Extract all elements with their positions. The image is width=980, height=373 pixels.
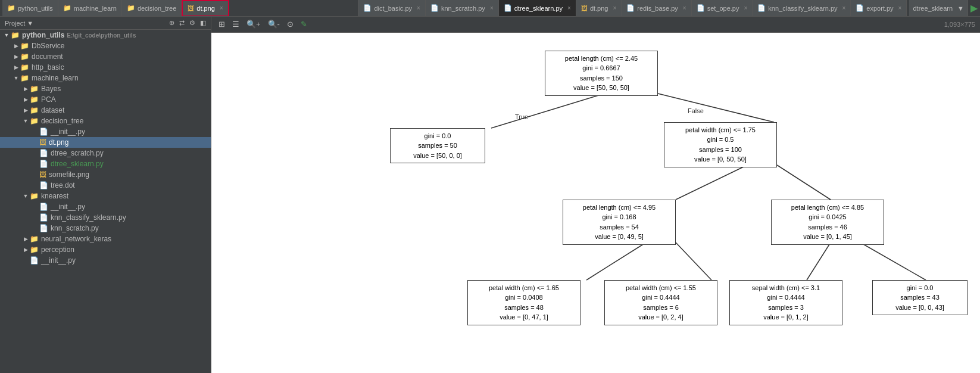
tree-canvas[interactable]: True False petal length (cm) <= 2.45 gin… xyxy=(211,33,980,373)
knn-classify-file-icon: 📄 xyxy=(39,213,48,222)
tab-close-export[interactable]: × xyxy=(898,5,902,11)
sidebar-item-DbService[interactable]: ▶ 📁 DbService xyxy=(0,41,211,51)
sidebar-item-init1[interactable]: ▶ 📄 __init__.py xyxy=(0,126,211,137)
collapse-icon[interactable]: ◧ xyxy=(200,19,206,27)
tab-bar: 📁 python_utils 📁 machine_learn 📁 decisio… xyxy=(0,0,980,17)
sidebar: Project ▼ ⊕ ⇄ ⚙ ◧ ▼ 📁 python_utils E:\gi… xyxy=(0,17,211,373)
root-arrow-icon: ▼ xyxy=(2,32,11,38)
sidebar-item-PCA[interactable]: ▶ 📁 PCA xyxy=(0,94,211,105)
folder-icon: 📁 xyxy=(127,4,135,12)
dt-arrow-icon: ▼ xyxy=(21,118,30,124)
zoom-fit-button[interactable]: ⊙ xyxy=(285,18,296,30)
tab-dtree-sklearn[interactable]: 📄 dtree_sklearn.py × xyxy=(499,0,576,17)
sidebar-item-decision-tree[interactable]: ▼ 📁 decision_tree xyxy=(0,116,211,126)
run-button[interactable]: ▶ xyxy=(968,1,980,15)
toggle-grid-button[interactable]: ⊞ xyxy=(216,18,227,30)
zoom-out-button[interactable]: 🔍- xyxy=(266,18,282,30)
node-right1-line4: value = [0, 50, 50] xyxy=(669,154,772,164)
tab-close-set-ope[interactable]: × xyxy=(744,5,748,11)
svg-line-0 xyxy=(491,94,604,128)
node-rl2-line2: gini = 0.168 xyxy=(568,212,670,222)
sidebar-root[interactable]: ▼ 📁 python_utils E:\git_code\python_util… xyxy=(0,30,211,41)
right-panel: ⊞ ☰ 🔍+ 🔍- ⊙ ✎ 1,093×775 xyxy=(211,17,980,373)
node-lr3-line2: gini = 0.4444 xyxy=(610,293,712,303)
tab-dt-png[interactable]: 🖼 dt.png × xyxy=(182,0,229,17)
node-right-left2: petal length (cm) <= 4.95 gini = 0.168 s… xyxy=(563,200,676,245)
node-ll3-line1: petal width (cm) <= 1.65 xyxy=(473,283,575,293)
sidebar-item-neural-network[interactable]: ▶ 📁 neural_network_keras xyxy=(0,234,211,244)
tab-set-ope[interactable]: 📄 set_ope.py × xyxy=(692,0,753,17)
tab-knn-scratch[interactable]: 📄 knn_scratch.py × xyxy=(426,0,499,17)
tab-export[interactable]: 📄 export.py × xyxy=(851,0,907,17)
tab-close-knn-classify[interactable]: × xyxy=(842,5,846,11)
node-ll3-line3: samples = 48 xyxy=(473,303,575,313)
sidebar-item-Bayes[interactable]: ▶ 📁 Bayes xyxy=(0,83,211,94)
document-folder-icon: 📁 xyxy=(20,52,29,61)
add-icon[interactable]: ⊕ xyxy=(169,19,174,27)
sidebar-item-init2[interactable]: ▶ 📄 __init__.py xyxy=(0,201,211,212)
ml-arrow-icon: ▼ xyxy=(12,75,20,81)
tab-close-redis-base[interactable]: × xyxy=(683,5,686,11)
somefile-icon: 🖼 xyxy=(39,170,46,179)
node-root: petal length (cm) <= 2.45 gini = 0.6667 … xyxy=(545,51,658,96)
sidebar-item-knn-classify[interactable]: ▶ 📄 knn_classify_sklearn.py xyxy=(0,212,211,223)
node-rr2-line4: value = [0, 1, 45] xyxy=(776,232,879,242)
py-icon6: 📄 xyxy=(757,4,766,12)
tab-python-utils[interactable]: 📁 python_utils xyxy=(2,0,58,17)
node-rr2-line2: gini = 0.0425 xyxy=(776,212,879,222)
zoom-in-button[interactable]: 🔍+ xyxy=(244,18,263,30)
sidebar-item-dataset[interactable]: ▶ 📁 dataset xyxy=(0,105,211,116)
node-rl3-line1: sepal width (cm) <= 3.1 xyxy=(735,283,837,293)
sidebar-item-knearest[interactable]: ▼ 📁 knearest xyxy=(0,191,211,201)
sidebar-item-dt-png[interactable]: ▶ 🖼 dt.png xyxy=(0,137,211,148)
svg-line-5 xyxy=(676,243,711,280)
sidebar-item-machine-learn[interactable]: ▼ 📁 machine_learn xyxy=(0,73,211,83)
tab-knn-classify[interactable]: 📄 knn_classify_sklearn.py × xyxy=(753,0,851,17)
tab-close-knn-scratch[interactable]: × xyxy=(490,5,494,11)
folder-icon: 📁 xyxy=(63,4,71,12)
sidebar-item-knn-scratch-file[interactable]: ▶ 📄 knn_scratch.py xyxy=(0,223,211,234)
edit-button[interactable]: ✎ xyxy=(298,18,310,30)
tab-decision-tree[interactable]: 📁 decision_tree xyxy=(122,0,182,17)
tab-close-dt-png2[interactable]: × xyxy=(613,5,616,11)
document-arrow-icon: ▶ xyxy=(12,54,20,60)
init1-file-icon: 📄 xyxy=(39,128,48,136)
node-lr3-line1: petal width (cm) <= 1.55 xyxy=(610,283,712,293)
node-right1: petal width (cm) <= 1.75 gini = 0.5 samp… xyxy=(664,122,777,167)
node-rl3-line3: samples = 3 xyxy=(735,303,837,313)
tab-dict-basic[interactable]: 📄 dict_basic.py × xyxy=(358,0,425,17)
sync-icon[interactable]: ⇄ xyxy=(179,19,185,27)
svg-line-7 xyxy=(860,243,926,280)
tab-machine-learn[interactable]: 📁 machine_learn xyxy=(58,0,122,17)
sidebar-item-somefile[interactable]: ▶ 🖼 somefile.png xyxy=(0,169,211,180)
tree-dot-icon: 📄 xyxy=(39,181,48,189)
node-rr2-line1: petal length (cm) <= 4.85 xyxy=(776,203,879,213)
svg-line-4 xyxy=(586,243,646,280)
node-rr3-line2: samples = 43 xyxy=(878,293,962,303)
tab-right-dropdown[interactable]: dtree_sklearn ▼ xyxy=(909,0,968,17)
node-right-right2: petal length (cm) <= 4.85 gini = 0.0425 … xyxy=(771,200,884,245)
dataset-arrow-icon: ▶ xyxy=(21,107,30,113)
bayes-arrow-icon: ▶ xyxy=(21,86,30,92)
sidebar-item-perception[interactable]: ▶ 📁 perception xyxy=(0,244,211,255)
project-dropdown[interactable]: Project ▼ xyxy=(5,20,33,27)
sidebar-item-http-basic[interactable]: ▶ 📁 http_basic xyxy=(0,62,211,73)
sidebar-item-document[interactable]: ▶ 📁 document xyxy=(0,51,211,62)
py-icon2: 📄 xyxy=(430,4,439,12)
node-rl2-line4: value = [0, 49, 5] xyxy=(568,232,670,242)
sidebar-item-init3[interactable]: ▶ 📄 __init__.py xyxy=(0,255,211,266)
tab-close-dict-basic[interactable]: × xyxy=(417,5,420,11)
node-left1: gini = 0.0 samples = 50 value = [50, 0, … xyxy=(390,128,485,164)
tab-close-dt-png[interactable]: × xyxy=(220,5,223,11)
tab-redis-base[interactable]: 📄 redis_base.py × xyxy=(622,0,691,17)
dataset-folder-icon: 📁 xyxy=(30,106,39,114)
tab-close-dtree-sklearn[interactable]: × xyxy=(567,5,571,11)
sidebar-item-tree-dot[interactable]: ▶ 📄 tree.dot xyxy=(0,180,211,191)
tab-dt-png2[interactable]: 🖼 dt.png × xyxy=(576,0,622,17)
toggle-list-button[interactable]: ☰ xyxy=(230,18,242,30)
sidebar-item-dtree-scratch[interactable]: ▶ 📄 dtree_scratch.py xyxy=(0,148,211,158)
settings-icon[interactable]: ⚙ xyxy=(189,19,195,27)
sidebar-item-dtree-sklearn[interactable]: ▶ 📄 dtree_sklearn.py xyxy=(0,158,211,169)
py-icon5: 📄 xyxy=(697,4,705,12)
node-rl3: sepal width (cm) <= 3.1 gini = 0.4444 sa… xyxy=(729,280,842,325)
